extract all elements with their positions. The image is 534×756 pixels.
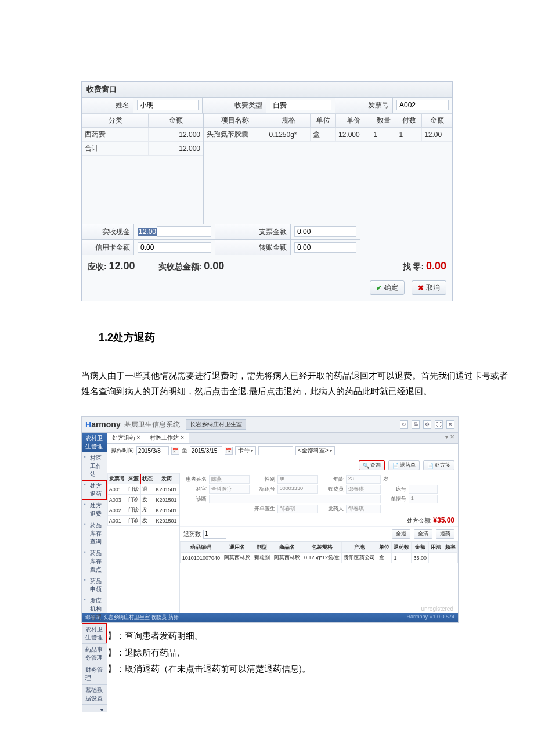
label-id: 标识号 [252,485,275,493]
sidebar-item[interactable]: 发应机构管理 [82,595,107,623]
sidebar-item-active[interactable]: 处方退药 [82,480,107,500]
tab[interactable]: 村医工作站 × [145,433,189,443]
table-row[interactable]: 合计 12.000 [82,142,203,156]
value-billno: 1 [409,495,438,503]
table-row[interactable]: 头孢氨苄胶囊 0.1250g* 盒 12.000 1 1 12.00 [204,128,452,142]
cash-input[interactable]: 12.00 [138,228,157,236]
value-bed [409,485,438,494]
tab[interactable]: 处方退药 × [107,433,146,443]
close-icon[interactable]: ✕ [446,420,454,429]
ok-button[interactable]: ✔确定 [370,280,405,295]
category-table: 分类 金额 西药费 12.000 合计 12.000 [82,113,204,224]
col-invoice: 发票号 [107,474,127,484]
returnlist-button[interactable]: 📄退药单 [388,460,420,470]
sidebar-head: 农村卫生管理 [82,433,107,452]
sidebar-section[interactable]: 财务管理 [82,664,107,684]
app-logo: Harmony [85,420,121,429]
label-diag: 诊断 [183,495,207,503]
label-actual: 实收总金额: [158,262,202,271]
expand-icon[interactable]: ⛶ [435,420,443,429]
check-icon: ✔ [376,284,382,292]
chargetype-input[interactable] [270,100,331,110]
key-input[interactable] [258,446,293,455]
table-row[interactable]: A002门诊发K201501 [107,505,179,516]
table-row[interactable]: A001门诊发K201501 [107,516,179,526]
col-unit: 单位 [311,114,336,128]
col-qty: 数量 [371,114,396,128]
sidebar-section[interactable]: 药品事务管理 [82,643,107,664]
sidebar-item[interactable]: 药品申领 [82,575,107,595]
medicine-table: 药品编码通用名剂型商品名包装规格产地单位退药数金额用法频率 1010101007… [180,542,458,613]
table-row[interactable]: A001门诊退K201501 [107,484,179,495]
list-icon: 📄 [392,463,399,469]
calendar-icon[interactable]: 📅 [225,447,233,455]
table-row[interactable]: 1010101007040阿莫西林胶颗粒剂阿莫西林胶0.125g*12袋/盒贵阳… [180,553,457,563]
value-payer: 邹春琪 [346,485,381,494]
returnqty-input[interactable] [203,530,226,539]
col-pay: 付数 [396,114,422,128]
sidebar-section[interactable]: 基础数据设置 [82,684,107,704]
keytype-select[interactable]: 卡号 [235,446,256,455]
value-age: 23 [346,475,381,484]
label-age: 年龄 [320,476,344,483]
query-button[interactable]: 🔍查询 [359,460,385,470]
doreturn-button[interactable]: 退药 [436,529,454,539]
allreturn-button[interactable]: 全退 [392,529,410,539]
sidebar-item[interactable]: 处方退费 [82,500,107,520]
transfer-input[interactable] [294,242,356,253]
refresh-icon[interactable]: ↻ [400,420,408,429]
cash-input-field[interactable] [157,226,211,237]
col-spec: 规格 [266,114,311,128]
label-invoice: 发票号 [335,98,393,113]
label-change: 找 零: [403,262,424,271]
date-from-input[interactable] [136,446,169,455]
name-input[interactable] [137,100,199,110]
item-table: 项目名称 规格 单位 单价 数量 付数 金额 头孢氨苄胶囊 0.1250g* 盒… [204,113,452,224]
legend-allclear: 【全清】：取消退药（在未点击退药前可以清楚退药信息)。 [81,661,511,678]
breadcrumb: 长岩乡纳庄村卫生室 [186,419,246,430]
cheque-input[interactable] [294,226,356,237]
label-payer: 收费员 [320,485,344,493]
table-row[interactable]: 西药费 12.000 [82,128,203,142]
scope-select[interactable]: <全部科室> [295,446,335,455]
value-rxamt: ¥35.00 [433,516,454,524]
label-due: 应收: [88,262,107,271]
value-patient: 陈燕 [209,475,250,484]
label-disp: 发药人 [320,505,344,513]
legend-query: 【查询】：查询患者发药明细。 [81,628,511,645]
calendar-icon[interactable]: 📅 [171,447,179,455]
tabs-more-icon[interactable]: ▾ ✕ [442,433,458,443]
print-icon[interactable]: 🖶 [412,420,420,429]
window-title: 收费窗口 [82,82,452,98]
label-to: 至 [182,447,187,455]
date-to-input[interactable] [190,446,222,455]
col-amount: 金额 [149,114,203,128]
rxnote-button[interactable]: 📄处方笺 [423,460,454,470]
invoice-input[interactable] [396,100,449,110]
allclear-button[interactable]: 全清 [414,529,432,539]
label-cheque: 支票金额 [215,224,291,240]
label-bed: 床号 [383,485,406,493]
label-ageunit: 岁 [383,476,406,483]
col-status: 状态 [140,474,154,484]
table-row[interactable]: A003门诊发K201501 [107,495,179,505]
sidebar: 农村卫生管理 村医工作站 处方退药 处方退费 药品库存查询 药品库存盘点 药品申… [82,433,107,613]
cancel-button[interactable]: ✖取消 [412,280,446,295]
value-disp: 邹春琪 [346,505,381,513]
legend-allreturn: 【全退】：退除所有药品, [81,645,511,661]
label-transfer: 转账金额 [215,240,291,255]
setting-icon[interactable]: ⚙ [423,420,431,429]
sidebar-expand[interactable]: ▾ [82,704,107,712]
label-billno: 单据号 [383,495,406,503]
card-input[interactable] [138,242,211,253]
sidebar-item[interactable]: 药品库存查询 [82,520,107,548]
label-returnqty: 退药数 [183,530,201,538]
value-actual: 0.00 [204,260,224,272]
close-icon: ✖ [418,284,424,292]
value-due: 12.00 [109,260,135,272]
sidebar-item[interactable]: 村医工作站 [82,452,107,480]
sidebar-section[interactable]: 农村卫生管理 [82,623,107,643]
value-diag [209,495,381,503]
invoice-list: 发票号 来源 状态 发药 A001门诊退K201501 A003门诊发K2015… [107,473,180,613]
sidebar-item[interactable]: 药品库存盘点 [82,548,107,575]
